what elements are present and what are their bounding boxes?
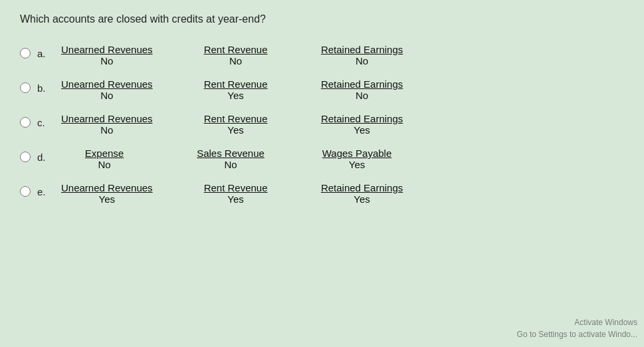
cell-value-c-0: No (100, 124, 113, 136)
option-label-c: c. (37, 117, 49, 128)
radio-option-e[interactable] (20, 186, 31, 197)
radio-option-d[interactable] (20, 152, 31, 162)
option-label-b: b. (37, 82, 49, 94)
option-content-d: ExpenseNoSales RevenueNoWages PayableYes (61, 148, 624, 170)
option-cell-d-2: Wages PayableYes (314, 148, 400, 170)
radio-wrapper-2 (20, 117, 31, 128)
option-row-e: e.Unearned RevenuesYesRent RevenueYesRet… (20, 182, 624, 205)
options-list: a.Unearned RevenuesNoRent RevenueNoRetai… (20, 44, 624, 205)
cell-value-d-2: Yes (349, 159, 365, 170)
windows-watermark: Activate Windows Go to Settings to activ… (517, 316, 637, 340)
cell-value-c-2: Yes (354, 124, 370, 136)
option-row-d: d.ExpenseNoSales RevenueNoWages PayableY… (20, 148, 624, 170)
cell-value-b-2: No (356, 90, 368, 101)
option-cell-a-0: Unearned RevenuesNo (61, 44, 153, 66)
radio-wrapper-1 (20, 82, 31, 93)
radio-option-a[interactable] (20, 48, 31, 58)
radio-option-b[interactable] (20, 82, 31, 93)
option-cell-c-0: Unearned RevenuesNo (61, 113, 153, 136)
cell-title-a-0: Unearned Revenues (61, 44, 153, 55)
option-label-a: a. (37, 48, 49, 59)
cell-title-d-1: Sales Revenue (197, 148, 265, 159)
cell-value-b-1: Yes (227, 90, 243, 101)
cell-value-e-1: Yes (227, 193, 243, 205)
option-cell-c-2: Retained EarningsYes (319, 113, 405, 136)
option-label-e: e. (37, 186, 49, 197)
cell-title-d-0: Expense (85, 148, 124, 159)
cell-value-c-1: Yes (227, 124, 243, 136)
question-text: Which accounts are closed with credits a… (20, 13, 624, 25)
option-cell-a-1: Rent RevenueNo (193, 44, 279, 66)
cell-value-a-1: No (229, 55, 242, 66)
option-row-c: c.Unearned RevenuesNoRent RevenueYesReta… (20, 113, 624, 136)
option-row-a: a.Unearned RevenuesNoRent RevenueNoRetai… (20, 44, 624, 66)
option-cell-b-0: Unearned RevenuesNo (61, 78, 153, 101)
option-cell-e-2: Retained EarningsYes (319, 182, 405, 205)
cell-value-d-0: No (98, 159, 110, 170)
cell-title-e-0: Unearned Revenues (61, 182, 153, 193)
option-cell-b-1: Rent RevenueYes (193, 78, 279, 101)
cell-title-b-0: Unearned Revenues (61, 78, 153, 90)
option-cell-e-0: Unearned RevenuesYes (61, 182, 153, 205)
option-content-b: Unearned RevenuesNoRent RevenueYesRetain… (61, 78, 624, 101)
option-row-b: b.Unearned RevenuesNoRent RevenueYesReta… (20, 78, 624, 101)
radio-wrapper-0 (20, 48, 31, 58)
option-cell-e-1: Rent RevenueYes (193, 182, 279, 205)
cell-title-e-1: Rent Revenue (204, 182, 268, 193)
cell-value-e-0: Yes (99, 193, 115, 205)
option-cell-d-0: ExpenseNo (61, 148, 148, 170)
option-cell-d-1: Sales RevenueNo (187, 148, 274, 170)
option-content-a: Unearned RevenuesNoRent RevenueNoRetaine… (61, 44, 624, 66)
radio-wrapper-4 (20, 186, 31, 197)
cell-title-a-1: Rent Revenue (204, 44, 268, 55)
radio-wrapper-3 (20, 152, 31, 162)
cell-value-a-0: No (100, 55, 113, 66)
cell-title-b-1: Rent Revenue (204, 78, 268, 90)
option-content-e: Unearned RevenuesYesRent RevenueYesRetai… (61, 182, 624, 205)
option-label-d: d. (37, 152, 49, 163)
cell-title-c-2: Retained Earnings (321, 113, 403, 124)
option-cell-b-2: Retained EarningsNo (319, 78, 405, 101)
cell-title-e-2: Retained Earnings (321, 182, 403, 193)
cell-title-b-2: Retained Earnings (321, 78, 403, 90)
option-content-c: Unearned RevenuesNoRent RevenueYesRetain… (61, 113, 624, 136)
cell-value-a-2: No (356, 55, 368, 66)
cell-value-d-1: No (224, 159, 237, 170)
radio-option-c[interactable] (20, 117, 31, 128)
cell-value-e-2: Yes (354, 193, 370, 205)
cell-title-d-2: Wages Payable (322, 148, 392, 159)
cell-title-c-1: Rent Revenue (204, 113, 268, 124)
cell-title-c-0: Unearned Revenues (61, 113, 153, 124)
option-cell-c-1: Rent RevenueYes (193, 113, 279, 136)
cell-value-b-0: No (100, 90, 113, 101)
option-cell-a-2: Retained EarningsNo (319, 44, 405, 66)
cell-title-a-2: Retained Earnings (321, 44, 403, 55)
